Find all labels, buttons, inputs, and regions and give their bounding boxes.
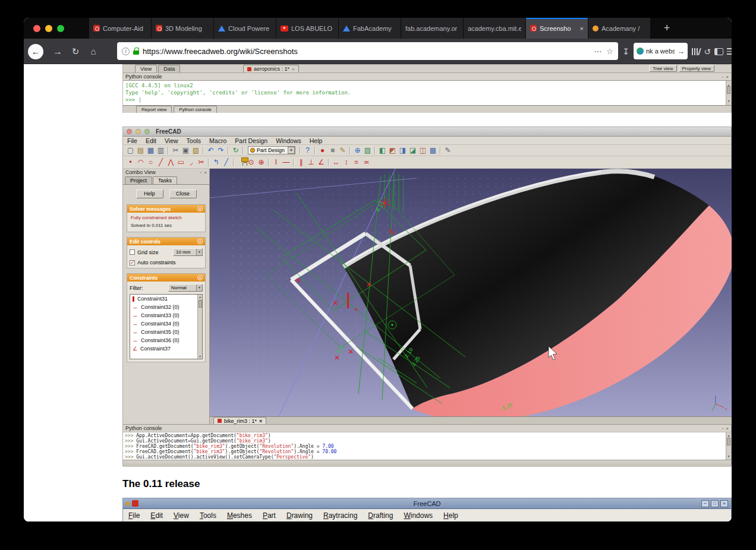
toggle-construction-icon[interactable]: ╱ [221,157,231,167]
constraint-angle-icon[interactable]: ∠ [316,157,326,167]
tab-data[interactable]: Data [158,65,180,72]
constraint-parallel-icon[interactable]: ∥ [296,157,306,167]
constraint-horizontal-distance-icon[interactable]: ↔ [331,157,341,167]
menu-item-drawing[interactable]: Drawing [281,511,318,520]
zoom-button[interactable] [57,25,64,32]
tab-project[interactable]: Project [125,176,152,184]
back-button[interactable] [27,39,44,64]
menu-item-windows[interactable]: Windows [272,137,305,144]
front-view-icon[interactable]: ◧ [377,146,388,156]
tab-close-button[interactable]: × [580,25,584,32]
report-view-tab[interactable]: Report view [136,106,172,113]
minimize-button[interactable]: − [701,500,709,507]
bottom-view-icon[interactable]: ◫ [418,146,428,156]
bookmark-star-icon[interactable] [606,46,613,56]
browser-tab[interactable]: FabAcademy [339,18,401,39]
new-document-icon[interactable]: ▢ [125,146,136,156]
forward-button[interactable] [51,39,64,64]
redo-icon[interactable]: ↷ [216,146,226,156]
menu-item-macro[interactable]: Macro [205,137,231,144]
record-macro-icon[interactable]: ● [317,146,327,156]
viewport-3d[interactable]: 0.10 0.6 2.10 2.25 5.25 [210,169,732,416]
menu-item-help[interactable]: Help [438,511,464,520]
menu-item-drafting[interactable]: Drafting [363,511,398,520]
close-icon[interactable] [259,418,262,424]
axonometric-view-icon[interactable]: ▧ [363,146,373,156]
go-arrow-icon[interactable] [677,46,685,56]
minimize-button[interactable] [45,25,52,32]
rear-view-icon[interactable]: ◪ [408,146,418,156]
create-rectangle-icon[interactable]: ▭ [176,157,186,167]
downloads-button[interactable] [619,39,632,64]
constraint-item[interactable]: Constraint36 (0) [130,336,202,344]
auto-constraints-checkbox[interactable] [130,260,135,265]
close-button[interactable] [127,129,132,134]
menu-item-windows[interactable]: Windows [398,511,438,520]
new-tab-button[interactable]: + [657,18,677,39]
menu-item-part[interactable]: Part [257,511,281,520]
constraint-vertical-icon[interactable]: Ι [271,157,281,167]
create-point-icon[interactable]: • [125,157,136,167]
menu-item-tools[interactable]: Tools [182,137,206,144]
browser-tab[interactable]: LOS ABUELO [276,18,339,39]
maximize-button[interactable]: □ [711,500,719,507]
minimize-button[interactable] [136,129,141,134]
python-console[interactable]: >>> App.ActiveDocument=App.getDocument("… [123,432,731,460]
constraint-item[interactable]: Constraint31 [130,295,202,303]
undo-icon[interactable]: ↶ [206,146,216,156]
trim-edge-icon[interactable]: ✂ [196,157,206,167]
cut-icon[interactable]: ✂ [171,146,181,156]
browser-tab[interactable]: academy.cba.mit.e [464,18,526,39]
constraint-point-on-object-icon[interactable]: ⊕ [256,157,266,167]
edit-macro-icon[interactable]: ✎ [338,146,348,156]
browser-tab[interactable]: 3D Modeling [152,18,214,39]
search-input[interactable]: nk a website that is insic [646,48,675,55]
history-button[interactable] [702,39,713,64]
constraint-symmetric-icon[interactable]: ≍ [361,157,371,167]
draw-style-icon[interactable]: ✎ [443,146,453,156]
left-view-icon[interactable]: ▩ [428,146,438,156]
tree-view-button[interactable]: Tree view [649,65,676,72]
python-console[interactable]: [GCC 4.4.5] on linux2Type 'help', 'copyr… [123,80,731,105]
workbench-selector[interactable]: Part Design [248,146,295,154]
constraint-vertical-distance-icon[interactable]: ↕ [341,157,351,167]
close-icon[interactable] [726,426,729,431]
create-fillet-icon[interactable]: ◞ [186,157,196,167]
scrollbar[interactable]: ▲▼ [197,295,202,359]
create-polyline-icon[interactable]: ⋀ [166,157,176,167]
close-button[interactable]: Close [169,189,197,198]
constraints-list[interactable]: Constraint31Constraint32 (0)Constraint33… [130,294,203,359]
collapse-icon[interactable] [197,206,203,211]
menu-item-tools[interactable]: Tools [194,511,222,520]
page-actions-icon[interactable] [594,46,601,56]
right-view-icon[interactable]: ◨ [398,146,408,156]
grid-size-select[interactable]: 10 mm [173,248,203,256]
menu-item-raytracing[interactable]: Raytracing [318,511,363,520]
menu-item-meshes[interactable]: Meshes [222,511,257,520]
close-icon[interactable] [292,67,295,72]
property-view-button[interactable]: Property view [679,65,714,72]
browser-tab[interactable]: Cloud Powere [214,18,276,39]
constraint-horizontal-icon[interactable]: ― [281,157,291,167]
menu-button[interactable] [725,39,732,64]
url-bar[interactable]: https://www.freecadweb.org/wiki/Screensh… [117,42,618,60]
constraint-item[interactable]: Constraint33 (0) [130,311,202,320]
create-circle-icon[interactable]: ○ [146,157,156,167]
dock-icon[interactable] [722,74,723,80]
dock-icon[interactable] [722,426,723,431]
whats-this-icon[interactable]: ? [303,146,313,156]
menu-item-help[interactable]: Help [305,137,327,144]
menu-item-view[interactable]: View [168,511,194,520]
scrollbar[interactable]: ▲▼ [726,432,731,460]
open-document-icon[interactable]: ▤ [136,146,146,156]
create-arc-icon[interactable]: ◠ [136,157,146,167]
menu-item-part-design[interactable]: Part Design [231,137,272,144]
float-panel-icon[interactable] [200,170,201,175]
constraint-item[interactable]: Constraint32 (0) [130,303,202,311]
browser-tab[interactable]: Screensho× [526,18,588,39]
page-info-icon[interactable] [122,48,130,55]
tab-tasks[interactable]: Tasks [153,176,177,184]
document-tab[interactable]: aeroponics : 1* [243,65,299,72]
save-document-icon[interactable]: ▦ [146,146,156,156]
zoom-button[interactable] [144,129,150,134]
